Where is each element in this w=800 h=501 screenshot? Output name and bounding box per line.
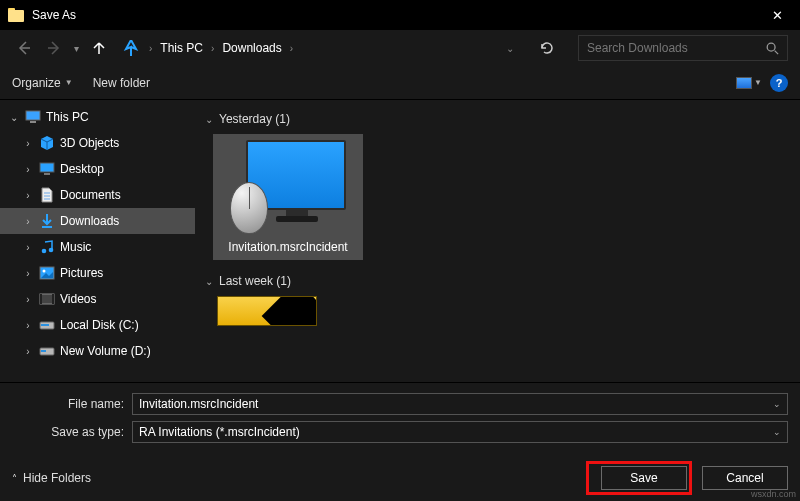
organize-label: Organize (12, 76, 61, 90)
window-title: Save As (32, 8, 76, 22)
chevron-right-icon[interactable]: › (22, 164, 34, 175)
search-icon[interactable] (765, 41, 779, 55)
download-icon (38, 213, 56, 229)
chevron-right-icon[interactable]: › (22, 190, 34, 201)
svg-rect-16 (40, 294, 54, 304)
hide-folders-toggle[interactable]: ˄ Hide Folders (12, 471, 91, 485)
group-header-yesterday[interactable]: ⌄ Yesterday (1) (205, 112, 790, 126)
group-header-lastweek[interactable]: ⌄ Last week (1) (205, 274, 790, 288)
tree-item-local-disk-c[interactable]: › Local Disk (C:) (0, 312, 195, 338)
folder-icon (8, 8, 24, 22)
svg-point-15 (43, 270, 46, 273)
save-button[interactable]: Save (601, 466, 687, 490)
tree-label: Downloads (60, 214, 119, 228)
save-form: File name: Invitation.msrcIncident ⌄ Sav… (0, 382, 800, 455)
chevron-right-icon[interactable]: › (22, 268, 34, 279)
chevron-right-icon[interactable]: › (145, 43, 156, 54)
mouse-icon (230, 182, 268, 234)
tree-item-desktop[interactable]: › Desktop (0, 156, 195, 182)
tree-item-downloads[interactable]: › Downloads (0, 208, 195, 234)
cube-icon (38, 135, 56, 151)
svg-rect-6 (40, 163, 54, 172)
recent-dropdown[interactable]: ▾ (74, 43, 79, 54)
refresh-button[interactable] (532, 40, 562, 56)
dialog-footer: ˄ Hide Folders Save Cancel (0, 455, 800, 501)
svg-rect-4 (26, 111, 40, 120)
svg-rect-22 (41, 350, 46, 352)
tree-label: 3D Objects (60, 136, 119, 150)
chevron-right-icon[interactable]: › (22, 216, 34, 227)
chevron-up-icon: ˄ (12, 473, 17, 484)
svg-point-2 (767, 43, 775, 51)
savetype-value: RA Invitations (*.msrcIncident) (139, 425, 300, 439)
disk-icon (38, 317, 56, 333)
filename-label: File name: (12, 397, 132, 411)
forward-button[interactable] (42, 36, 66, 60)
toolbar: Organize ▼ New folder ▼ ? (0, 66, 800, 100)
savetype-label: Save as type: (12, 425, 132, 439)
chevron-right-icon[interactable]: › (286, 43, 297, 54)
chevron-down-icon[interactable]: ⌄ (8, 112, 20, 123)
tree-item-music[interactable]: › Music (0, 234, 195, 260)
chevron-right-icon[interactable]: › (207, 43, 218, 54)
document-icon (38, 187, 56, 203)
tree-root-this-pc[interactable]: ⌄ This PC (0, 104, 195, 130)
chevron-down-icon[interactable]: ⌄ (773, 427, 781, 437)
chevron-down-icon: ▼ (65, 78, 73, 87)
search-input[interactable] (587, 41, 765, 55)
address-bar[interactable]: › This PC › Downloads › ⌄ (117, 35, 526, 61)
close-button[interactable]: ✕ (755, 0, 800, 30)
chevron-right-icon[interactable]: › (22, 320, 34, 331)
chevron-right-icon[interactable]: › (22, 242, 34, 253)
file-thumbnail-partial[interactable] (217, 296, 317, 326)
filename-input[interactable]: Invitation.msrcIncident ⌄ (132, 393, 788, 415)
tree-label: Documents (60, 188, 121, 202)
file-name-label: Invitation.msrcIncident (228, 240, 347, 254)
back-button[interactable] (12, 36, 36, 60)
nav-tree: ⌄ This PC › 3D Objects › Desktop › Docum… (0, 100, 195, 382)
chevron-down-icon: ⌄ (205, 114, 213, 125)
svg-rect-7 (44, 173, 50, 175)
file-pane[interactable]: ⌄ Yesterday (1) Invitation.msrcIncident … (195, 100, 800, 382)
help-button[interactable]: ? (770, 74, 788, 92)
tree-item-new-volume-d[interactable]: › New Volume (D:) (0, 338, 195, 364)
svg-rect-20 (41, 324, 49, 326)
filename-value: Invitation.msrcIncident (139, 397, 258, 411)
video-icon (38, 291, 56, 307)
tree-item-3d-objects[interactable]: › 3D Objects (0, 130, 195, 156)
nav-row: ▾ › This PC › Downloads › ⌄ (0, 30, 800, 66)
file-item-invitation[interactable]: Invitation.msrcIncident (213, 134, 363, 260)
file-thumbnail (228, 140, 348, 230)
search-box[interactable] (578, 35, 788, 61)
chevron-right-icon[interactable]: › (22, 346, 34, 357)
breadcrumb-downloads[interactable]: Downloads (218, 41, 285, 55)
tree-label: New Volume (D:) (60, 344, 151, 358)
organize-menu[interactable]: Organize ▼ (12, 76, 73, 90)
svg-rect-17 (40, 294, 42, 304)
svg-point-13 (49, 248, 54, 253)
breadcrumb-this-pc[interactable]: This PC (156, 41, 207, 55)
chevron-right-icon[interactable]: › (22, 138, 34, 149)
desktop-icon (38, 161, 56, 177)
chevron-right-icon[interactable]: › (22, 294, 34, 305)
new-folder-button[interactable]: New folder (93, 76, 150, 90)
svg-line-3 (775, 51, 779, 55)
tree-item-documents[interactable]: › Documents (0, 182, 195, 208)
cancel-button[interactable]: Cancel (702, 466, 788, 490)
newfolder-label: New folder (93, 76, 150, 90)
address-dropdown[interactable]: ⌄ (498, 43, 522, 54)
tree-item-pictures[interactable]: › Pictures (0, 260, 195, 286)
hide-folders-label: Hide Folders (23, 471, 91, 485)
savetype-select[interactable]: RA Invitations (*.msrcIncident) ⌄ (132, 421, 788, 443)
tree-item-videos[interactable]: › Videos (0, 286, 195, 312)
chevron-down-icon[interactable]: ⌄ (773, 399, 781, 409)
up-button[interactable] (87, 36, 111, 60)
tree-label: Desktop (60, 162, 104, 176)
picture-icon (38, 265, 56, 281)
tree-label: Music (60, 240, 91, 254)
view-options[interactable]: ▼ (736, 73, 762, 93)
svg-rect-5 (30, 121, 36, 123)
tree-label: Local Disk (C:) (60, 318, 139, 332)
tree-label: Pictures (60, 266, 103, 280)
tree-label: Videos (60, 292, 96, 306)
